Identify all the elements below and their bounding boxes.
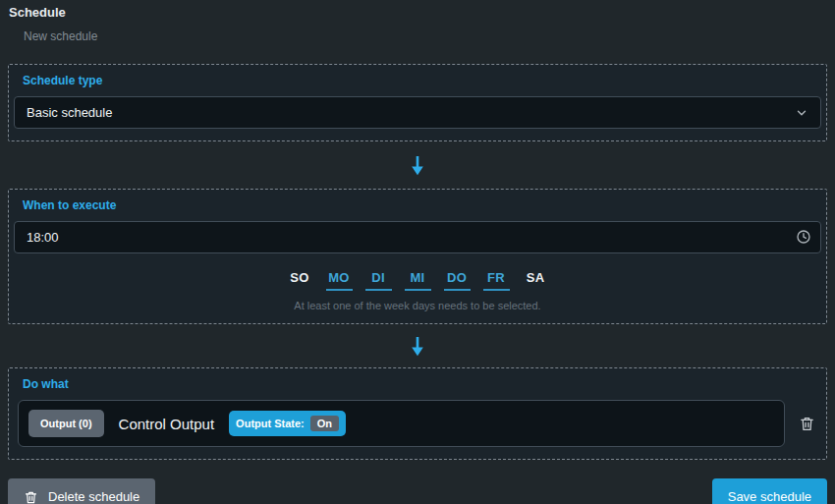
weekday-so[interactable]: SO: [287, 270, 313, 291]
time-field-wrap: [14, 221, 821, 253]
weekday-sa[interactable]: SA: [523, 270, 549, 291]
page-title: Schedule: [8, 5, 827, 20]
chevron-down-icon: [795, 106, 808, 120]
schedule-page: Schedule New schedule Schedule type Basi…: [0, 0, 835, 504]
do-what-label: Do what: [14, 377, 821, 391]
action-row: Output (0) Control Output Output State: …: [14, 400, 821, 447]
weekday-di[interactable]: DI: [365, 270, 392, 291]
delete-schedule-button[interactable]: Delete schedule: [8, 478, 155, 504]
schedule-type-panel: Schedule type Basic schedule: [8, 64, 827, 141]
weekday-mi[interactable]: MI: [405, 270, 431, 291]
schedule-type-select[interactable]: Basic schedule: [14, 96, 821, 129]
trash-icon: [799, 415, 815, 432]
output-state-badge[interactable]: Output State: On: [229, 411, 346, 436]
do-what-panel: Do what Output (0) Control Output Output…: [8, 367, 827, 460]
schedule-type-value: Basic schedule: [27, 105, 112, 120]
remove-action-button[interactable]: [797, 413, 817, 434]
clock-icon[interactable]: [796, 229, 811, 245]
action-box: Output (0) Control Output Output State: …: [18, 400, 785, 447]
flow-arrow-icon: [8, 141, 827, 189]
delete-schedule-label: Delete schedule: [48, 489, 139, 504]
output-state-label: Output State:: [236, 418, 305, 429]
output-channel-badge[interactable]: Output (0): [28, 410, 104, 437]
weekday-helper-text: At least one of the week days needs to b…: [14, 300, 821, 311]
action-name: Control Output: [119, 416, 215, 432]
weekday-list: SOMODIMIDOFRSA: [14, 270, 821, 291]
when-to-execute-label: When to execute: [14, 198, 821, 212]
schedule-type-label: Schedule type: [14, 74, 821, 87]
page-subtitle: New schedule: [24, 29, 827, 43]
flow-arrow-icon: [8, 324, 827, 367]
save-schedule-label: Save schedule: [728, 489, 811, 504]
trash-icon: [24, 489, 38, 504]
footer-actions: Delete schedule Save schedule: [8, 478, 827, 504]
weekday-do[interactable]: DO: [444, 270, 471, 291]
output-state-value: On: [310, 416, 339, 431]
when-to-execute-panel: When to execute SOMODIMIDOFRSA At least …: [8, 189, 827, 324]
weekday-fr[interactable]: FR: [483, 270, 510, 291]
save-schedule-button[interactable]: Save schedule: [712, 478, 827, 504]
time-input[interactable]: [14, 221, 821, 253]
weekday-mo[interactable]: MO: [326, 270, 353, 291]
